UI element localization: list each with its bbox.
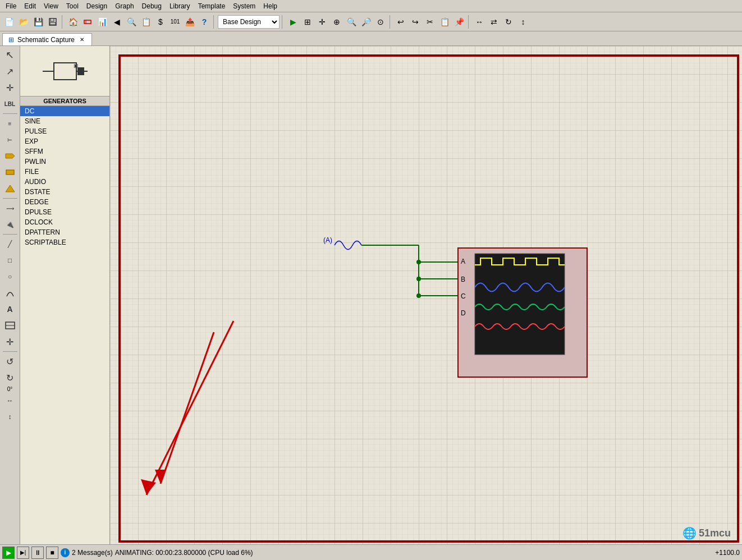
gen-dpattern[interactable]: DPATTERN (20, 227, 109, 237)
info-icon: i (61, 548, 70, 557)
move-button[interactable]: ⊕ (330, 15, 343, 29)
gen-dpulse[interactable]: DPULSE (20, 207, 109, 217)
rotate-ccw-tool[interactable]: ↺ (2, 354, 18, 369)
mirror-button[interactable]: ↕ (516, 15, 530, 29)
sep3 (282, 15, 284, 29)
animate-status: ANIMATING: 00:00:23.800000 (CPU load 6%) (115, 549, 713, 557)
undo-button[interactable]: ↩ (394, 15, 407, 29)
back-button[interactable]: ◀ (110, 15, 123, 29)
flip-button[interactable]: ⇄ (487, 15, 501, 29)
component-preview: ▣ (20, 46, 109, 97)
flip-h-tool[interactable]: ↔ (2, 393, 18, 408)
play-button[interactable]: ▶ (2, 547, 15, 559)
graph-button[interactable]: 📊 (95, 15, 109, 29)
gen-audio[interactable]: AUDIO (20, 177, 109, 187)
copy-button[interactable]: 📋 (438, 15, 451, 29)
svg-rect-2 (50, 22, 56, 25)
crosshair-button[interactable]: ✛ (315, 15, 329, 29)
flip-v-tool[interactable]: ↕ (2, 409, 18, 425)
origin-tool[interactable]: ✛ (2, 334, 18, 350)
gen-dstate[interactable]: DSTATE (20, 187, 109, 197)
search-button[interactable]: 🔍 (125, 15, 138, 29)
port-tool[interactable] (2, 148, 18, 164)
zoom-out-button[interactable]: 🔎 (359, 15, 373, 29)
menu-design[interactable]: Design (83, 1, 111, 11)
netlist-button[interactable]: 📋 (139, 15, 153, 29)
left-sep1 (3, 113, 17, 114)
help-button[interactable]: ? (198, 15, 211, 29)
menu-library[interactable]: Library (166, 1, 194, 11)
cut-button[interactable]: ✂ (423, 15, 437, 29)
paste-button[interactable]: 📌 (452, 15, 466, 29)
bus-tool[interactable]: ≡ (2, 116, 18, 131)
component-tool[interactable] (2, 164, 18, 180)
component-button[interactable] (81, 15, 94, 29)
zoom-fit-button[interactable]: ⊙ (374, 15, 387, 29)
rotate-cw-tool[interactable]: ↻ (2, 370, 18, 385)
gen-dclock[interactable]: DCLOCK (20, 217, 109, 227)
watermark-icon: 🌐 (683, 526, 697, 540)
gen-dc[interactable]: DC (20, 106, 109, 116)
open-button[interactable]: 📂 (17, 15, 30, 29)
schematic-capture-tab[interactable]: ⊞ Schematic Capture ✕ (2, 33, 92, 45)
gen-dedge[interactable]: DEDGE (20, 197, 109, 207)
gen-exp[interactable]: EXP (20, 136, 109, 146)
menu-tool[interactable]: Tool (63, 1, 82, 11)
gen-pulse[interactable]: PULSE (20, 126, 109, 136)
circle-tool[interactable]: ○ (2, 269, 18, 284)
power-tool[interactable] (2, 181, 18, 196)
menu-help[interactable]: Help (260, 1, 281, 11)
select-tool[interactable]: ↖ (2, 47, 18, 63)
stop-button[interactable]: ■ (46, 547, 58, 559)
gen-scriptable[interactable]: SCRIPTABLE (20, 237, 109, 247)
menu-bar: File Edit View Tool Design Graph Debug L… (0, 0, 742, 12)
line-tool[interactable]: ╱ (2, 236, 18, 252)
grid-button[interactable]: ⊞ (301, 15, 314, 29)
canvas-area[interactable]: (A) A B C D (110, 46, 742, 544)
zoom-in-button[interactable]: 🔍 (345, 15, 358, 29)
text-tool[interactable]: A (2, 301, 18, 317)
sep2 (213, 15, 216, 29)
gen-sffm[interactable]: SFFM (20, 146, 109, 157)
gen-file[interactable]: FILE (20, 167, 109, 177)
rotate-button[interactable]: ↻ (502, 15, 515, 29)
redo-button[interactable]: ↪ (409, 15, 422, 29)
symbol-tool[interactable] (2, 318, 18, 333)
stretch-button[interactable]: ↔ (473, 15, 486, 29)
sep1 (62, 15, 64, 29)
left-sep4 (3, 351, 17, 352)
build-button[interactable]: 🏠 (66, 15, 80, 29)
toolbar: 📄 📂 💾 🏠 📊 ◀ 🔍 📋 $ 101 📤 ? Base Design ▶ … (0, 12, 742, 31)
cursor-tool[interactable]: ⟿ (2, 200, 18, 216)
arc-tool[interactable] (2, 285, 18, 301)
new-button[interactable]: 📄 (2, 15, 16, 29)
pin-tool[interactable]: ⊢ (2, 132, 18, 148)
gen-sine[interactable]: SINE (20, 116, 109, 126)
menu-view[interactable]: View (40, 1, 62, 11)
probe-tool[interactable]: 🔌 (2, 217, 18, 232)
wire-tool[interactable]: ↗ (2, 63, 18, 79)
run-button[interactable]: ▶ (286, 15, 300, 29)
design-dropdown[interactable]: Base Design (218, 15, 280, 29)
gen-pwlin[interactable]: PWLIN (20, 157, 109, 167)
export-button[interactable]: 📤 (183, 15, 196, 29)
tab-close-button[interactable]: ✕ (78, 36, 86, 44)
menu-template[interactable]: Template (195, 1, 229, 11)
menu-graph[interactable]: Graph (112, 1, 137, 11)
generators-list: DC SINE PULSE EXP SFFM PWLIN FILE AUDIO … (20, 106, 109, 544)
dollar-button[interactable]: $ (154, 15, 167, 29)
messages-count: 2 Message(s) (72, 549, 113, 557)
menu-system[interactable]: System (230, 1, 259, 11)
save-button[interactable]: 💾 (31, 15, 45, 29)
rect-tool[interactable]: □ (2, 253, 18, 268)
menu-file[interactable]: File (2, 1, 20, 11)
digital-button[interactable]: 101 (168, 15, 182, 29)
menu-debug[interactable]: Debug (139, 1, 165, 11)
label-tool[interactable]: LBL (2, 96, 18, 112)
left-sep2 (3, 198, 17, 199)
menu-edit[interactable]: Edit (21, 1, 39, 11)
pause-button[interactable]: ⏸ (31, 547, 44, 559)
place-tool[interactable]: ✛ (2, 80, 18, 95)
save-all-button[interactable] (46, 15, 59, 29)
step-button[interactable]: ▶| (17, 547, 29, 559)
